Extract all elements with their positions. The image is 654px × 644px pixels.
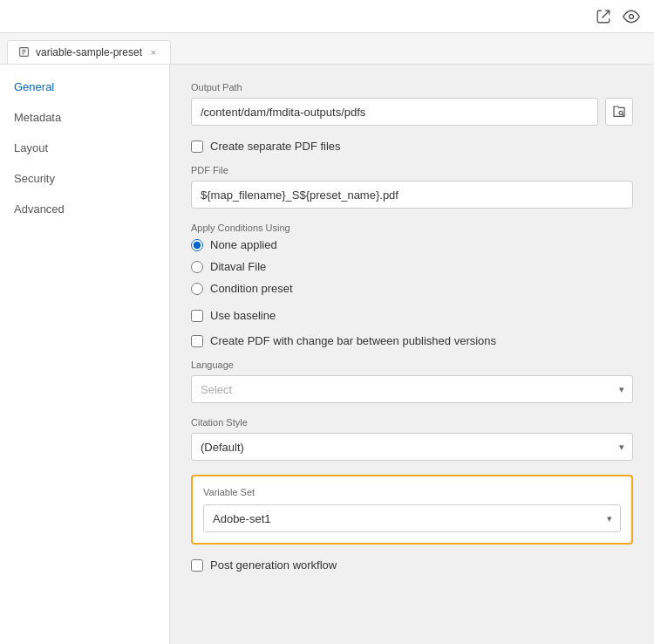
sidebar-item-advanced[interactable]: Advanced (0, 194, 169, 224)
post-generation-workflow-checkbox[interactable] (191, 559, 203, 572)
language-select[interactable]: Select (191, 375, 633, 403)
radio-condition-preset: Condition preset (191, 282, 633, 295)
tab-document-icon (18, 46, 31, 58)
variable-set-select[interactable]: Adobe-set1 (203, 504, 621, 532)
create-separate-pdf-checkbox[interactable] (191, 140, 203, 153)
post-generation-workflow-label[interactable]: Post generation workflow (210, 558, 337, 572)
variable-set-box: Variable Set Adobe-set1 ▾ (191, 475, 633, 545)
citation-style-label: Citation Style (191, 417, 633, 428)
use-baseline-row: Use baseline (191, 309, 633, 322)
create-separate-pdf-label[interactable]: Create separate PDF files (210, 140, 341, 153)
language-select-wrapper: Select ▾ (191, 375, 633, 403)
output-path-group: Output Path (191, 82, 633, 126)
top-bar (0, 0, 654, 33)
radio-ditaval-input[interactable] (191, 261, 203, 273)
content-area: Output Path Create separate PDF files PD… (170, 65, 654, 644)
language-group: Language Select ▾ (191, 360, 633, 403)
pdf-file-label: PDF File (191, 165, 633, 175)
svg-line-7 (623, 114, 624, 116)
output-path-label: Output Path (191, 82, 633, 92)
view-icon[interactable] (623, 8, 640, 25)
citation-style-group: Citation Style (Default) ▾ (191, 417, 633, 461)
sidebar-item-layout[interactable]: Layout (0, 133, 169, 163)
create-pdf-changebar-label[interactable]: Create PDF with change bar between publi… (210, 334, 496, 347)
pdf-file-input[interactable] (191, 181, 633, 209)
browse-button[interactable] (605, 98, 633, 126)
create-pdf-changebar-checkbox[interactable] (191, 335, 203, 347)
radio-none-applied-label[interactable]: None applied (210, 238, 277, 251)
apply-conditions-label: Apply Conditions Using (191, 223, 633, 233)
radio-condition-input[interactable] (191, 283, 203, 295)
use-baseline-checkbox[interactable] (191, 310, 203, 322)
create-pdf-changebar-row: Create PDF with change bar between publi… (191, 334, 633, 347)
output-path-input[interactable] (191, 98, 598, 126)
tab-bar: variable-sample-preset × (0, 33, 654, 65)
variable-set-label: Variable Set (203, 487, 621, 497)
apply-conditions-group: Apply Conditions Using None applied Dita… (191, 223, 633, 295)
post-generation-workflow-row: Post generation workflow (191, 558, 633, 572)
create-separate-pdf-row: Create separate PDF files (191, 140, 633, 153)
svg-point-1 (630, 14, 634, 18)
radio-condition-label[interactable]: Condition preset (210, 282, 293, 295)
radio-none-applied-input[interactable] (191, 239, 203, 251)
use-baseline-label[interactable]: Use baseline (210, 309, 276, 322)
radio-ditaval-label[interactable]: Ditaval File (210, 260, 266, 273)
tab-close-button[interactable]: × (147, 46, 160, 58)
sidebar-item-metadata[interactable]: Metadata (0, 102, 169, 133)
sidebar: General Metadata Layout Security Advance… (0, 65, 170, 644)
radio-none-applied: None applied (191, 238, 633, 251)
sidebar-item-security[interactable]: Security (0, 163, 169, 194)
main-layout: General Metadata Layout Security Advance… (0, 65, 654, 644)
tab-label: variable-sample-preset (36, 46, 142, 58)
citation-style-select-wrapper: (Default) ▾ (191, 433, 633, 461)
variable-set-select-wrapper: Adobe-set1 ▾ (203, 504, 621, 532)
export-icon[interactable] (595, 8, 612, 25)
language-label: Language (191, 360, 633, 370)
pdf-file-group: PDF File (191, 165, 633, 209)
sidebar-item-general[interactable]: General (0, 72, 169, 102)
svg-point-6 (619, 111, 623, 114)
svg-line-0 (603, 10, 610, 17)
radio-ditaval-file: Ditaval File (191, 260, 633, 273)
output-path-row (191, 98, 633, 126)
citation-style-select[interactable]: (Default) (191, 433, 633, 461)
preset-tab[interactable]: variable-sample-preset × (7, 40, 171, 64)
